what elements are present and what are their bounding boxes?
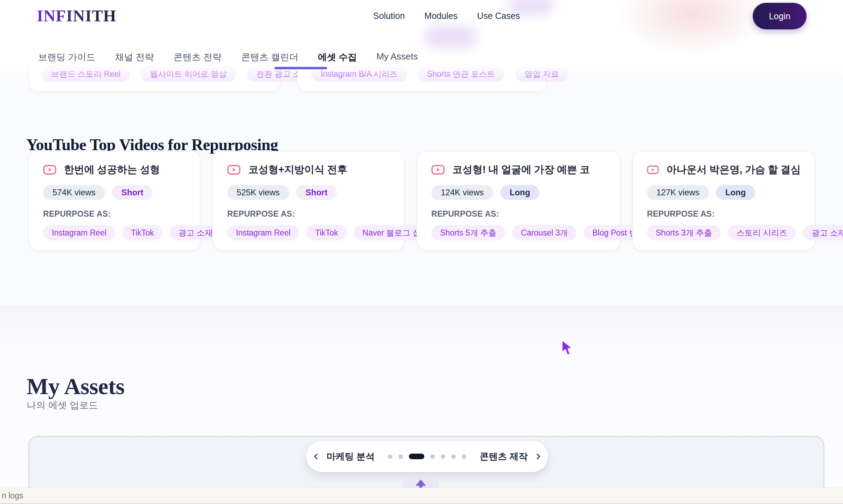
- login-button[interactable]: Login: [753, 3, 807, 29]
- repurpose-tag[interactable]: 광고 소재: [803, 225, 843, 240]
- repurpose-tags: Shorts 5개 추출 Carousel 3개 Blog Post 변환: [431, 225, 606, 240]
- youtube-icon: [647, 165, 659, 175]
- length-badge: Long: [500, 185, 540, 200]
- carousel-dot[interactable]: [430, 454, 435, 459]
- repurpose-label: REPURPOSE AS:: [227, 209, 390, 219]
- video-title: 아나운서 박은영, 가슴 할 결심: [667, 163, 801, 177]
- repurpose-tag[interactable]: TikTok: [122, 225, 163, 240]
- main-nav: Solution Modules Use Cases: [373, 11, 520, 21]
- video-card[interactable]: 한번에 성공하는 성형 574K views Short REPURPOSE A…: [28, 151, 201, 251]
- length-badge: Short: [296, 185, 337, 200]
- carousel-dot[interactable]: [451, 454, 456, 459]
- length-badge: Short: [112, 185, 153, 200]
- video-title: 코성형! 내 얼굴에 가장 예쁜 코: [452, 163, 590, 177]
- page: 브랜드 스토리 Reel 웹사이트 히어로 영상 전환 광고 소재 Instag…: [0, 0, 843, 504]
- my-assets-section: My Assets 나의 에셋 업로드 ‹ 마케팅 분석 콘텐츠 제작 ›: [0, 307, 843, 504]
- video-card-header: 코성형! 내 얼굴에 가장 예쁜 코: [431, 163, 606, 177]
- video-cards-row: 한번에 성공하는 성형 574K views Short REPURPOSE A…: [28, 151, 815, 251]
- section-title-my-assets: My Assets: [27, 373, 125, 400]
- video-title: 코성형+지방이식 전후: [248, 163, 347, 177]
- youtube-icon: [43, 165, 56, 175]
- repurpose-tag[interactable]: Shorts 3개 추출: [647, 225, 721, 240]
- badge-row: 525K views Short: [227, 185, 390, 200]
- repurpose-tag[interactable]: 스토리 시리즈: [728, 225, 796, 240]
- tab-my-assets[interactable]: My Assets: [376, 51, 418, 63]
- repurpose-tag[interactable]: Instagram Reel: [43, 225, 115, 240]
- tab-bar: 브랜딩 가이드 채널 전략 콘텐츠 전략 콘텐츠 캘린더 에셋 수집 My As…: [38, 51, 418, 63]
- video-card-header: 코성형+지방이식 전후: [227, 163, 390, 177]
- chevron-right-icon[interactable]: ›: [536, 449, 541, 462]
- tab-branding-guide[interactable]: 브랜딩 가이드: [38, 51, 95, 63]
- tab-content-calendar[interactable]: 콘텐츠 캘린더: [241, 51, 298, 63]
- tab-content-strategy[interactable]: 콘텐츠 전략: [173, 51, 221, 63]
- carousel-dot[interactable]: [398, 454, 403, 459]
- views-badge: 127K views: [647, 185, 709, 200]
- chevron-left-icon[interactable]: ‹: [314, 449, 318, 462]
- active-tab-underline: [274, 67, 327, 69]
- repurpose-tag[interactable]: Shorts 5개 추출: [431, 225, 505, 240]
- length-badge: Long: [716, 185, 755, 200]
- video-card[interactable]: 코성형+지방이식 전후 525K views Short REPURPOSE A…: [213, 151, 405, 251]
- views-badge: 124K views: [431, 185, 493, 200]
- views-badge: 525K views: [227, 185, 289, 200]
- carousel-dots: [388, 454, 466, 459]
- repurpose-label: REPURPOSE AS:: [431, 209, 606, 219]
- repurpose-tags: Instagram Reel TikTok 광고 소재: [43, 225, 186, 240]
- youtube-icon: [227, 165, 241, 175]
- nav-item-modules[interactable]: Modules: [424, 11, 458, 21]
- views-badge: 574K views: [43, 185, 105, 200]
- carousel-dot[interactable]: [388, 454, 392, 459]
- badge-row: 127K views Long: [647, 185, 801, 200]
- repurpose-label: REPURPOSE AS:: [647, 209, 801, 219]
- carousel-prev-label[interactable]: 마케팅 분석: [327, 450, 375, 463]
- repurpose-label: REPURPOSE AS:: [43, 209, 186, 219]
- carousel-dot[interactable]: [409, 454, 424, 459]
- video-card[interactable]: 코성형! 내 얼굴에 가장 예쁜 코 124K views Long REPUR…: [417, 151, 620, 251]
- tab-asset-collection[interactable]: 에셋 수집: [318, 51, 357, 63]
- carousel-dot[interactable]: [441, 454, 445, 459]
- repurpose-tag[interactable]: Instagram Reel: [227, 225, 299, 240]
- module-carousel: ‹ 마케팅 분석 콘텐츠 제작 ›: [306, 441, 548, 472]
- repurpose-tag[interactable]: Carousel 3개: [512, 225, 577, 240]
- brand-logo[interactable]: INFINITH: [37, 6, 116, 25]
- badge-row: 124K views Long: [431, 185, 606, 200]
- repurpose-tags: Shorts 3개 추출 스토리 시리즈 광고 소재: [647, 225, 801, 240]
- video-card[interactable]: 아나운서 박은영, 가슴 할 결심 127K views Long REPURP…: [632, 151, 815, 251]
- nav-item-use-cases[interactable]: Use Cases: [477, 11, 520, 21]
- my-assets-subtitle: 나의 에셋 업로드: [27, 399, 98, 412]
- nav-item-solution[interactable]: Solution: [373, 11, 405, 21]
- video-card-header: 아나운서 박은영, 가슴 할 결심: [647, 163, 801, 177]
- repurpose-tags: Instagram Reel TikTok Naver 블로그 삽입: [227, 225, 390, 240]
- badge-row: 574K views Short: [43, 185, 186, 200]
- status-bar-text: n logs: [2, 491, 23, 500]
- status-bar: n logs: [0, 488, 843, 504]
- video-card-header: 한번에 성공하는 성형: [43, 163, 186, 177]
- tab-channel-strategy[interactable]: 채널 전략: [115, 51, 154, 63]
- video-title: 한번에 성공하는 성형: [64, 163, 160, 177]
- repurpose-tag[interactable]: TikTok: [306, 225, 347, 240]
- carousel-next-label[interactable]: 콘텐츠 제작: [480, 450, 528, 463]
- youtube-icon: [431, 165, 445, 175]
- carousel-dot[interactable]: [462, 454, 466, 459]
